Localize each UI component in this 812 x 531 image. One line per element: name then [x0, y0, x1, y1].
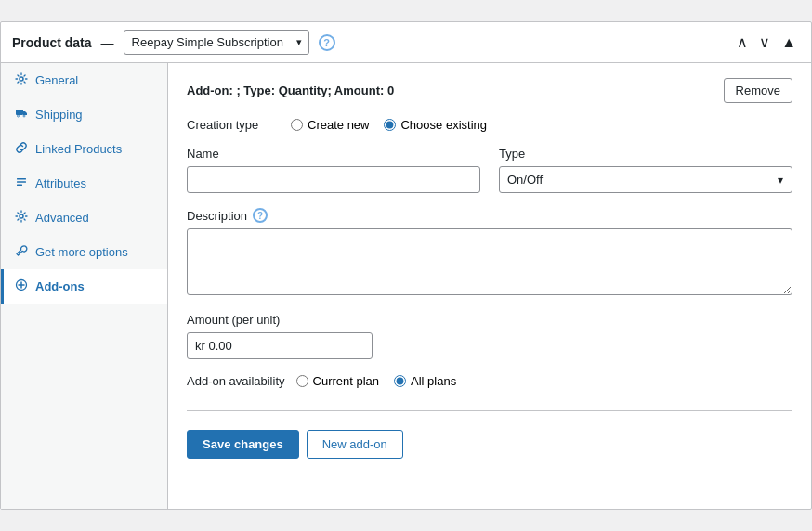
sidebar-item-attributes-label: Attributes [35, 176, 86, 190]
svg-rect-5 [17, 181, 26, 183]
description-help-icon[interactable]: ? [253, 208, 268, 223]
creation-type-label: Creation type [187, 118, 280, 132]
help-icon[interactable]: ? [319, 34, 335, 51]
svg-rect-4 [17, 178, 26, 180]
sidebar-item-linked-products[interactable]: Linked Products [1, 132, 167, 166]
type-field-col: Type On/Off Quantity Text ▾ [499, 147, 792, 193]
create-new-option[interactable]: Create new [291, 118, 369, 132]
sidebar-item-shipping-label: Shipping [35, 108, 83, 122]
create-new-radio[interactable] [291, 119, 303, 131]
svg-rect-1 [16, 110, 23, 115]
name-type-row: Name Type On/Off Quantity Text ▾ [187, 147, 792, 193]
choose-existing-option[interactable]: Choose existing [384, 118, 487, 132]
product-data-panel: Product data — Reepay Simple Subscriptio… [0, 21, 812, 510]
sidebar-item-general-label: General [35, 73, 78, 87]
all-plans-label: All plans [411, 374, 456, 388]
description-label-row: Description ? [187, 208, 792, 223]
addon-title: Add-on: ; Type: Quantity; Amount: 0 [187, 84, 394, 97]
availability-label: Add-on availability [187, 374, 285, 388]
amount-input[interactable] [187, 332, 373, 359]
header-controls: ∧ ∨ ▲ [733, 32, 800, 53]
amount-section: Amount (per unit) [187, 313, 792, 359]
name-field-label: Name [187, 147, 480, 161]
product-data-header: Product data — Reepay Simple Subscriptio… [1, 22, 811, 63]
amount-label: Amount (per unit) [187, 313, 792, 327]
name-input[interactable] [187, 166, 480, 193]
sidebar-item-add-ons[interactable]: Add-ons [1, 269, 167, 304]
svg-point-0 [20, 77, 23, 81]
attributes-icon [15, 175, 28, 191]
create-new-label: Create new [308, 118, 369, 132]
creation-type-radio-group: Create new Choose existing [291, 118, 487, 132]
all-plans-option[interactable]: All plans [394, 374, 456, 388]
shipping-icon [15, 107, 28, 123]
sidebar-item-add-ons-label: Add-ons [35, 279, 85, 293]
product-type-wrapper[interactable]: Reepay Simple Subscription Simple produc… [124, 30, 309, 55]
addons-plus-icon [15, 278, 28, 294]
toggle-button[interactable]: ▲ [778, 32, 800, 53]
svg-point-2 [18, 115, 20, 117]
choose-existing-radio[interactable] [384, 119, 396, 131]
save-changes-button[interactable]: Save changes [187, 430, 299, 459]
svg-point-7 [20, 214, 23, 218]
current-plan-label: Current plan [313, 374, 380, 388]
svg-rect-6 [17, 185, 22, 187]
all-plans-radio[interactable] [394, 375, 406, 387]
type-field-label: Type [499, 147, 792, 161]
gear-icon [15, 72, 28, 88]
advanced-gear-icon [15, 210, 28, 226]
addon-header: Add-on: ; Type: Quantity; Amount: 0 Remo… [187, 78, 792, 103]
sidebar-item-get-more-options-label: Get more options [35, 245, 128, 259]
remove-button[interactable]: Remove [724, 78, 792, 103]
availability-radio-group: Current plan All plans [296, 374, 457, 388]
product-type-select[interactable]: Reepay Simple Subscription Simple produc… [124, 30, 309, 55]
description-label: Description [187, 209, 247, 223]
description-section: Description ? [187, 208, 792, 298]
name-field-col: Name [187, 147, 480, 193]
sidebar-item-attributes[interactable]: Attributes [1, 166, 167, 201]
sidebar-item-get-more-options[interactable]: Get more options [1, 235, 167, 269]
wrench-icon [15, 244, 28, 260]
type-select[interactable]: On/Off Quantity Text [499, 166, 792, 193]
svg-point-3 [23, 115, 25, 117]
current-plan-option[interactable]: Current plan [296, 374, 380, 388]
sidebar: General Shipping [1, 63, 168, 509]
collapse-down-button[interactable]: ∨ [755, 32, 774, 53]
type-select-wrapper[interactable]: On/Off Quantity Text ▾ [499, 166, 792, 193]
header-dash: — [101, 35, 114, 50]
sidebar-item-general[interactable]: General [1, 63, 167, 97]
creation-type-row: Creation type Create new Choose existing [187, 118, 792, 132]
new-addon-button[interactable]: New add-on [307, 430, 403, 459]
sidebar-item-linked-products-label: Linked Products [35, 142, 122, 156]
collapse-up-button[interactable]: ∧ [733, 32, 752, 53]
description-textarea[interactable] [187, 228, 792, 295]
footer-actions: Save changes New add-on [187, 430, 792, 459]
main-content: Add-on: ; Type: Quantity; Amount: 0 Remo… [168, 63, 811, 509]
product-data-title: Product data [12, 35, 92, 50]
sidebar-item-advanced[interactable]: Advanced [1, 201, 167, 235]
link-icon [15, 141, 28, 157]
product-data-body: General Shipping [1, 63, 811, 509]
sidebar-item-shipping[interactable]: Shipping [1, 97, 167, 132]
current-plan-radio[interactable] [296, 375, 308, 387]
choose-existing-label: Choose existing [400, 118, 487, 132]
sidebar-item-advanced-label: Advanced [35, 211, 89, 225]
availability-row: Add-on availability Current plan All pla… [187, 374, 792, 388]
